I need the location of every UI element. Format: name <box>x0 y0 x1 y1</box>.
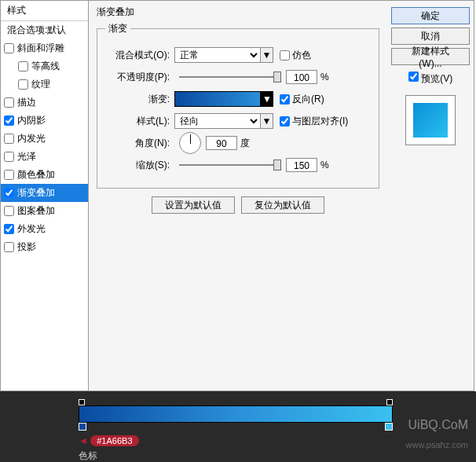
pointer-icon: ◄ <box>79 435 88 446</box>
style-arrow-icon[interactable]: ▼ <box>261 113 273 129</box>
style-label-1: 斜面和浮雕 <box>17 42 64 55</box>
scale-value[interactable]: 150 <box>286 158 317 172</box>
style-label-4: 描边 <box>17 96 36 109</box>
style-checkbox-10[interactable] <box>4 206 14 216</box>
ok-button[interactable]: 确定 <box>391 7 470 24</box>
angle-value[interactable]: 90 <box>206 136 237 150</box>
style-item-3[interactable]: 纹理 <box>1 75 88 94</box>
reverse-input[interactable] <box>280 94 290 104</box>
style-checkbox-1[interactable] <box>4 43 14 53</box>
style-item-7[interactable]: 光泽 <box>1 148 88 166</box>
blend-mode-select[interactable]: 正常 <box>174 47 261 63</box>
gradient-bar[interactable] <box>79 405 393 423</box>
dither-input[interactable] <box>280 50 290 60</box>
color-stop-left[interactable] <box>79 423 86 431</box>
color-stop-right[interactable] <box>385 423 393 431</box>
style-label-0: 混合选项:默认 <box>7 24 66 37</box>
blend-mode-arrow-icon[interactable]: ▼ <box>261 47 273 63</box>
new-style-button[interactable]: 新建样式(W)... <box>391 48 470 65</box>
opacity-stop-left[interactable] <box>79 399 85 405</box>
gradient-group-title: 渐变 <box>105 22 130 35</box>
angle-label: 角度(N): <box>105 137 170 150</box>
hex-value-pill: #1A66B3 <box>90 435 138 446</box>
style-checkbox-4[interactable] <box>4 97 14 108</box>
gradient-editor-strip: ◄ #1A66B3 色标 <box>0 391 476 462</box>
style-label-6: 内发光 <box>17 132 46 145</box>
reset-default-button[interactable]: 复位为默认值 <box>241 196 324 214</box>
style-item-10[interactable]: 图案叠加 <box>1 202 88 220</box>
preview-swatch <box>413 103 448 138</box>
gradient-dropdown-icon[interactable]: ▼ <box>261 91 273 107</box>
style-item-11[interactable]: 外发光 <box>1 220 88 238</box>
gradient-overlay-panel: 渐变叠加 渐变 混合模式(O): 正常 ▼ 仿色 不透明度(P): 100 % <box>89 1 387 390</box>
style-item-12[interactable]: 投影 <box>1 238 88 256</box>
watermark-logo: UiBQ.CoM <box>408 418 468 432</box>
opacity-label: 不透明度(P): <box>105 71 170 84</box>
scale-label: 缩放(S): <box>105 159 170 172</box>
gradient-editor[interactable]: ◄ #1A66B3 色标 <box>79 399 393 462</box>
angle-dial[interactable] <box>179 132 201 154</box>
gradient-group: 渐变 混合模式(O): 正常 ▼ 仿色 不透明度(P): 100 % 渐变: <box>97 22 379 189</box>
set-default-button[interactable]: 设置为默认值 <box>152 196 235 214</box>
style-label-5: 内阴影 <box>17 114 46 127</box>
cancel-button[interactable]: 取消 <box>391 28 470 45</box>
gradient-label: 渐变: <box>105 93 170 106</box>
scale-slider[interactable] <box>179 160 281 170</box>
stops-label: 色标 <box>79 449 393 462</box>
style-label-2: 等高线 <box>31 60 60 73</box>
scale-unit: % <box>320 160 329 170</box>
style-item-8[interactable]: 颜色叠加 <box>1 166 88 184</box>
watermark-url: www.psahz.com <box>406 440 468 449</box>
style-label-12: 投影 <box>17 240 36 254</box>
dither-checkbox[interactable]: 仿色 <box>280 49 311 62</box>
opacity-unit: % <box>320 72 329 82</box>
preview-checkbox[interactable]: 预览(V) <box>408 72 452 86</box>
style-label-10: 图案叠加 <box>17 204 55 218</box>
style-item-1[interactable]: 斜面和浮雕 <box>1 39 88 57</box>
opacity-slider[interactable] <box>179 72 281 82</box>
styles-list-panel: 样式 混合选项:默认斜面和浮雕等高线纹理描边内阴影内发光光泽颜色叠加渐变叠加图案… <box>1 1 89 390</box>
preview-input[interactable] <box>408 72 419 82</box>
reverse-checkbox[interactable]: 反向(R) <box>280 93 324 106</box>
blend-mode-label: 混合模式(O): <box>105 49 170 62</box>
style-item-2[interactable]: 等高线 <box>1 57 88 75</box>
align-input[interactable] <box>280 116 290 126</box>
style-checkbox-11[interactable] <box>4 224 14 234</box>
style-item-4[interactable]: 描边 <box>1 94 88 112</box>
style-checkbox-7[interactable] <box>4 152 14 162</box>
opacity-stop-right[interactable] <box>386 399 393 405</box>
style-label-8: 颜色叠加 <box>17 168 55 182</box>
style-checkbox-3[interactable] <box>18 79 28 90</box>
style-label: 样式(L): <box>105 115 170 128</box>
style-item-0[interactable]: 混合选项:默认 <box>1 21 88 39</box>
style-label-9: 渐变叠加 <box>17 186 55 200</box>
align-checkbox[interactable]: 与图层对齐(I) <box>280 115 348 128</box>
layer-style-dialog: 样式 混合选项:默认斜面和浮雕等高线纹理描边内阴影内发光光泽颜色叠加渐变叠加图案… <box>0 0 474 391</box>
style-item-6[interactable]: 内发光 <box>1 130 88 148</box>
style-label-11: 外发光 <box>17 222 46 236</box>
style-label-7: 光泽 <box>17 150 36 163</box>
style-checkbox-5[interactable] <box>4 116 14 126</box>
styles-header: 样式 <box>1 1 88 21</box>
dialog-right-panel: 确定 取消 新建样式(W)... 预览(V) <box>387 1 474 390</box>
angle-unit: 度 <box>240 137 250 150</box>
style-checkbox-12[interactable] <box>4 242 14 252</box>
style-label-3: 纹理 <box>31 78 50 91</box>
preview-box <box>405 95 456 145</box>
style-checkbox-8[interactable] <box>4 170 14 180</box>
section-title: 渐变叠加 <box>97 6 379 19</box>
opacity-value[interactable]: 100 <box>286 70 317 84</box>
style-item-5[interactable]: 内阴影 <box>1 112 88 130</box>
style-checkbox-2[interactable] <box>18 61 28 72</box>
style-item-9[interactable]: 渐变叠加 <box>1 184 88 202</box>
style-checkbox-9[interactable] <box>4 188 14 198</box>
gradient-preview[interactable] <box>174 91 261 107</box>
style-checkbox-6[interactable] <box>4 134 14 144</box>
style-select[interactable]: 径向 <box>174 113 261 129</box>
